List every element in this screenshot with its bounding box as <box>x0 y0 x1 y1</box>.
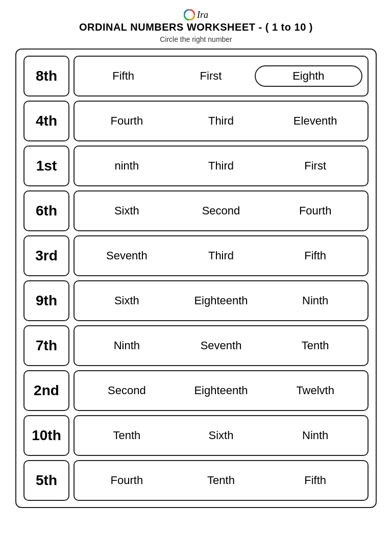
worksheet-row: 8thFifthFirstEighth <box>23 56 369 96</box>
options-box: SixthSecondFourth <box>74 190 369 231</box>
number-box: 1st <box>23 146 69 186</box>
number-box: 3rd <box>23 235 69 276</box>
option-text: Tenth <box>268 339 362 352</box>
option-text: Eighteenth <box>174 294 268 307</box>
number-box: 4th <box>23 101 69 141</box>
option-text: Seventh <box>80 249 174 262</box>
worksheet-row: 1stninthThirdFirst <box>23 146 369 186</box>
options-box: ninthThirdFirst <box>74 146 369 186</box>
worksheet-row: 7thNinthSeventhTenth <box>23 325 369 366</box>
option-text: Eighteenth <box>174 384 268 397</box>
number-box: 7th <box>23 325 69 366</box>
options-box: FifthFirstEighth <box>74 56 369 96</box>
option-text: Second <box>80 384 174 397</box>
options-box: FourthTenthFifth <box>74 460 369 501</box>
option-text: Eighth <box>255 65 362 87</box>
logo-icon <box>184 9 195 20</box>
option-text: Third <box>174 159 268 173</box>
option-text: Fifth <box>80 69 167 83</box>
options-box: SecondEighteenthTwelvth <box>74 370 369 411</box>
options-box: TenthSixthNinth <box>74 415 369 456</box>
options-box: SeventhThirdFifth <box>74 235 369 276</box>
option-text: Ninth <box>268 294 362 307</box>
number-box: 2nd <box>23 370 69 411</box>
number-box: 5th <box>23 460 69 501</box>
options-box: FourthThirdEleventh <box>74 101 369 141</box>
option-text: First <box>268 159 362 173</box>
option-text: Sixth <box>80 204 174 218</box>
option-text: ninth <box>80 159 174 173</box>
option-text: Tenth <box>80 429 174 442</box>
option-text: Fourth <box>80 474 174 487</box>
logo-text: Ira <box>197 10 208 20</box>
worksheet-row: 2ndSecondEighteenthTwelvth <box>23 370 369 411</box>
worksheet-row: 4thFourthThirdEleventh <box>23 101 369 141</box>
options-box: NinthSeventhTenth <box>74 325 369 366</box>
option-text: Tenth <box>174 474 268 487</box>
worksheet-row: 3rdSeventhThirdFifth <box>23 235 369 276</box>
number-box: 8th <box>23 56 69 96</box>
worksheet-row: 5thFourthTenthFifth <box>23 460 369 501</box>
number-box: 9th <box>23 280 69 321</box>
option-text: Fourth <box>268 204 362 218</box>
number-box: 10th <box>23 415 69 456</box>
header: Ira ORDINAL NUMBERS WORKSHEET - ( 1 to 1… <box>79 9 313 43</box>
page-subtitle: Circle the right number <box>160 35 232 43</box>
options-box: SixthEighteenthNinth <box>74 280 369 321</box>
option-text: Twelvth <box>268 384 362 397</box>
worksheet-row: 6thSixthSecondFourth <box>23 190 369 231</box>
option-text: Sixth <box>80 294 174 307</box>
option-text: Seventh <box>174 339 268 352</box>
option-text: Third <box>174 249 268 262</box>
option-text: First <box>167 69 254 83</box>
worksheet-row: 9thSixthEighteenthNinth <box>23 280 369 321</box>
number-box: 6th <box>23 190 69 231</box>
option-text: Fifth <box>268 474 362 487</box>
option-text: Ninth <box>268 429 362 442</box>
option-text: Eleventh <box>268 114 362 128</box>
page-title: ORDINAL NUMBERS WORKSHEET - ( 1 to 10 ) <box>79 21 313 33</box>
option-text: Ninth <box>80 339 174 352</box>
option-text: Second <box>174 204 268 218</box>
option-text: Fourth <box>80 114 174 128</box>
worksheet: 8thFifthFirstEighth4thFourthThirdElevent… <box>15 49 377 508</box>
worksheet-row: 10thTenthSixthNinth <box>23 415 369 456</box>
option-text: Sixth <box>174 429 268 442</box>
option-text: Third <box>174 114 268 128</box>
option-text: Fifth <box>268 249 362 262</box>
logo-area: Ira <box>184 9 208 20</box>
